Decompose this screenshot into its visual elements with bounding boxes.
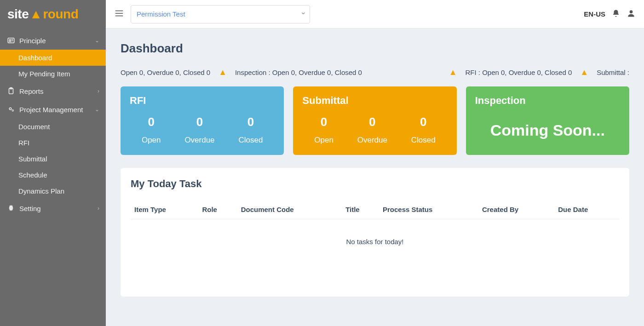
card-stats: 0Open0Overdue0Closed (302, 115, 447, 145)
sidebar-item-label: Dynamics Plan (18, 187, 64, 195)
stat-number: 0 (142, 115, 161, 129)
task-col-item-type: Item Type (131, 200, 198, 219)
sidebar-group-label: Project Management (19, 106, 83, 114)
chevron-down-icon: ⌄ (95, 106, 99, 113)
sidebar-nav: Principle⌄DashboardMy Pending ItemReport… (0, 29, 106, 217)
stat-number: 0 (357, 115, 387, 129)
sidebar-item-label: Submittal (18, 155, 47, 163)
language-label[interactable]: EN-US (584, 10, 605, 18)
main-area: Permission Test EN-US Dashboard Open 0, … (106, 0, 644, 326)
stat-overdue: 0Overdue (357, 115, 387, 145)
sidebar-item-label: Dashboard (18, 54, 52, 62)
stat-overdue: 0Overdue (184, 115, 214, 145)
stat-number: 0 (184, 115, 214, 129)
stat-closed: 0Closed (238, 115, 263, 145)
sidebar-group-label: Principle (19, 37, 46, 45)
task-col-process-status: Process Status (379, 200, 478, 219)
sidebar-group-project-management[interactable]: Project Management⌄ (0, 100, 106, 119)
task-table: Item TypeRoleDocument CodeTitleProcess S… (131, 200, 619, 219)
stat-number: 0 (411, 115, 436, 129)
brand-logo: site ▲ round (0, 0, 106, 29)
card-title: RFI (130, 95, 275, 107)
sidebar-item-label: RFI (18, 139, 29, 147)
panel-title: My Today Task (131, 178, 619, 190)
task-empty-message: No tasks for today! (131, 219, 619, 250)
brand-part2: round (43, 7, 78, 22)
svg-point-1 (9, 40, 11, 41)
task-col-role: Role (198, 200, 237, 219)
sidebar-item-schedule[interactable]: Schedule (0, 167, 106, 183)
ticker-left: Open 0, Overdue 0, Closed 0 (121, 69, 210, 76)
gear-icon (6, 204, 16, 213)
triangle-icon: ▲ (449, 68, 457, 77)
card-inspection[interactable]: InspectionComing Soon... (466, 86, 629, 155)
task-col-title: Title (342, 200, 379, 219)
stat-open: 0Open (314, 115, 334, 145)
task-header-row: Item TypeRoleDocument CodeTitleProcess S… (131, 200, 619, 219)
sidebar-group-label: Setting (19, 205, 41, 212)
stat-number: 0 (238, 115, 263, 129)
card-submittal[interactable]: Submittal0Open0Overdue0Closed (293, 86, 456, 155)
sidebar-item-label: Document (18, 123, 50, 131)
sidebar-item-label: Schedule (18, 171, 47, 179)
project-select[interactable]: Permission Test (131, 5, 310, 23)
card-title: Inspection (475, 95, 620, 107)
clipboard-icon (6, 86, 16, 96)
sidebar-group-setting[interactable]: Setting› (0, 199, 106, 217)
chevron-right-icon: › (98, 205, 99, 212)
summary-cards: RFI0Open0Overdue0ClosedSubmittal0Open0Ov… (121, 86, 629, 155)
project-select-wrap: Permission Test (131, 5, 310, 23)
stat-closed: 0Closed (411, 115, 436, 145)
svg-rect-0 (8, 38, 14, 43)
sidebar-item-rfi[interactable]: RFI (0, 135, 106, 151)
card-rfi[interactable]: RFI0Open0Overdue0Closed (121, 86, 284, 155)
card-stats: 0Open0Overdue0Closed (130, 115, 275, 145)
status-ticker: Open 0, Overdue 0, Closed 0 ▲ Inspection… (121, 68, 629, 77)
content: Dashboard Open 0, Overdue 0, Closed 0 ▲ … (106, 29, 644, 326)
sidebar-group-principle[interactable]: Principle⌄ (0, 31, 106, 50)
stat-open: 0Open (142, 115, 161, 145)
gears-icon (6, 105, 16, 114)
sidebar-group-label: Reports (19, 87, 44, 95)
ticker-inspection: Inspection : Open 0, Overdue 0, Closed 0 (235, 69, 362, 76)
chevron-right-icon: › (98, 88, 99, 94)
sidebar-group-reports[interactable]: Reports› (0, 82, 106, 100)
task-col-document-code: Document Code (237, 200, 342, 219)
sidebar-item-dashboard[interactable]: Dashboard (0, 50, 106, 66)
sidebar-item-dynamics-plan[interactable]: Dynamics Plan (0, 183, 106, 199)
ticker-rfi: RFI : Open 0, Overdue 0, Closed 0 (466, 69, 572, 76)
sidebar: site ▲ round Principle⌄DashboardMy Pendi… (0, 0, 106, 326)
task-col-created-by: Created By (478, 200, 554, 219)
today-task-panel: My Today Task Item TypeRoleDocument Code… (121, 168, 629, 297)
hamburger-icon[interactable] (114, 8, 124, 20)
ticker-submittal: Submittal : (597, 69, 629, 76)
brand-part1: site (7, 7, 29, 22)
triangle-icon: ▲ (218, 68, 227, 77)
stat-label: Closed (238, 136, 263, 145)
triangle-icon: ▲ (580, 68, 588, 77)
brand-triangle-icon: ▲ (29, 7, 42, 22)
stat-label: Open (314, 136, 334, 145)
sidebar-item-my-pending-item[interactable]: My Pending Item (0, 66, 106, 82)
bell-icon[interactable] (612, 9, 620, 19)
card-title: Submittal (302, 95, 447, 107)
stat-label: Closed (411, 136, 436, 145)
svg-point-7 (630, 10, 633, 13)
sidebar-item-submittal[interactable]: Submittal (0, 151, 106, 167)
stat-label: Overdue (184, 136, 214, 145)
chevron-down-icon: ⌄ (95, 37, 99, 44)
sidebar-item-label: My Pending Item (18, 70, 70, 78)
stat-number: 0 (314, 115, 334, 129)
user-icon[interactable] (627, 9, 636, 20)
stat-label: Overdue (357, 136, 387, 145)
sidebar-item-document[interactable]: Document (0, 119, 106, 135)
id-card-icon (6, 36, 16, 45)
topbar: Permission Test EN-US (106, 0, 644, 29)
coming-soon-label: Coming Soon... (475, 121, 620, 139)
stat-label: Open (142, 136, 161, 145)
task-col-due-date: Due Date (554, 200, 619, 219)
page-title: Dashboard (121, 41, 629, 56)
